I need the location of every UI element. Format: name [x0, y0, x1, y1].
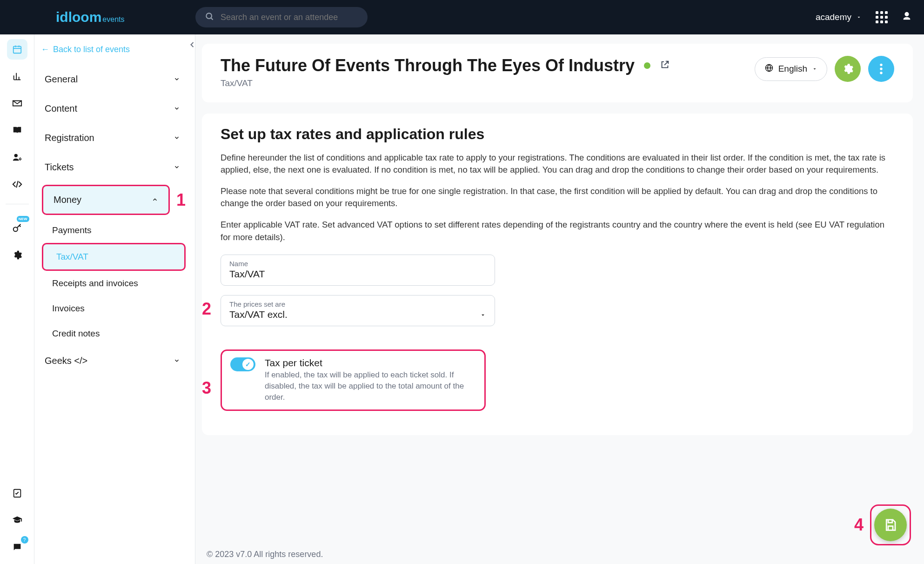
new-badge: NEW — [17, 216, 29, 222]
tax-per-ticket-card: Tax per ticket If enabled, the tax will … — [221, 349, 486, 410]
nav-registration-label: Registration — [45, 133, 94, 143]
status-dot-icon — [644, 62, 650, 69]
topbar: idloomevents academy — [0, 0, 924, 34]
page-header-card: The Future Of Events Through The Eyes Of… — [202, 44, 913, 102]
rail-chat-icon[interactable]: ? — [7, 537, 27, 557]
rail-settings-icon[interactable] — [7, 245, 27, 265]
apps-icon[interactable] — [876, 11, 888, 23]
nav-money-label: Money — [54, 195, 81, 205]
nav-money[interactable]: Money — [42, 185, 170, 215]
account-label: academy — [816, 12, 851, 22]
caret-down-icon — [856, 12, 862, 22]
nav-content-label: Content — [45, 103, 77, 114]
svg-point-0 — [206, 13, 212, 19]
nav-tickets[interactable]: Tickets — [34, 153, 190, 182]
search-input[interactable] — [220, 12, 358, 23]
icon-rail: NEW ? — [0, 34, 34, 564]
prices-value: Tax/VAT excl. — [229, 309, 288, 320]
section-para-2: Please note that several conditions migh… — [221, 185, 894, 210]
sub-receipts[interactable]: Receipts and invoices — [39, 271, 190, 296]
chevron-down-icon — [174, 356, 180, 366]
nav-tickets-label: Tickets — [45, 162, 74, 173]
name-label: Name — [229, 260, 486, 268]
save-fab-wrap: 4 — [854, 504, 911, 545]
svg-point-7 — [19, 158, 21, 160]
rail-mail-icon[interactable] — [7, 93, 27, 114]
settings-button[interactable] — [835, 56, 861, 82]
nav-geeks[interactable]: Geeks </> — [34, 346, 190, 376]
language-selector[interactable]: English — [755, 57, 827, 81]
caret-down-icon — [812, 64, 817, 74]
search-box[interactable] — [195, 7, 368, 27]
side-nav: ← Back to list of events General Content… — [34, 34, 195, 564]
svg-point-8 — [13, 227, 17, 231]
svg-point-12 — [880, 67, 882, 70]
annotation-4: 4 — [854, 515, 864, 535]
toggle-title: Tax per ticket — [265, 357, 476, 369]
chevron-down-icon — [174, 162, 180, 173]
logo[interactable]: idloomevents — [0, 9, 195, 25]
breadcrumb: Tax/VAT — [221, 78, 745, 88]
event-title-text: The Future Of Events Through The Eyes Of… — [221, 56, 635, 75]
event-title: The Future Of Events Through The Eyes Of… — [221, 56, 745, 75]
prices-field[interactable]: The prices set are Tax/VAT excl. — [221, 295, 495, 326]
save-button[interactable] — [874, 509, 907, 541]
sub-credit-notes[interactable]: Credit notes — [39, 321, 190, 346]
rail-key-icon[interactable]: NEW — [7, 218, 27, 238]
rail-users-icon[interactable] — [7, 147, 27, 168]
toggle-desc: If enabled, the tax will be applied to e… — [265, 369, 476, 403]
tax-section-card: Set up tax rates and application rules D… — [202, 114, 913, 435]
svg-rect-2 — [13, 47, 21, 54]
section-title: Set up tax rates and application rules — [221, 126, 894, 143]
nav-content[interactable]: Content — [34, 94, 190, 123]
nav-geeks-label: Geeks </> — [45, 356, 87, 366]
footer: © 2023 v7.0 All rights reserved. — [207, 550, 323, 559]
annotation-1: 1 — [176, 190, 186, 210]
sub-payments[interactable]: Payments — [39, 218, 190, 243]
external-link-icon[interactable] — [660, 60, 670, 72]
rail-learn-icon[interactable] — [7, 510, 27, 530]
rail-checklist-icon[interactable] — [7, 483, 27, 504]
name-value: Tax/VAT — [229, 269, 486, 280]
language-label: English — [778, 64, 807, 74]
nav-general-label: General — [45, 74, 78, 85]
help-badge: ? — [21, 536, 28, 544]
nav-registration[interactable]: Registration — [34, 123, 190, 153]
annotation-2: 2 — [202, 299, 211, 318]
user-icon[interactable] — [902, 11, 912, 23]
sub-invoices[interactable]: Invoices — [39, 296, 190, 321]
logo-brand: idloom — [56, 9, 101, 25]
section-para-3: Enter applicable VAT rate. Set advanced … — [221, 219, 894, 244]
sub-taxvat[interactable]: Tax/VAT — [42, 243, 186, 271]
arrow-left-icon: ← — [41, 45, 49, 54]
chevron-down-icon — [174, 133, 180, 143]
name-field[interactable]: Name Tax/VAT — [221, 255, 495, 286]
rail-code-icon[interactable] — [7, 174, 27, 195]
more-button[interactable] — [868, 56, 894, 82]
tax-per-ticket-toggle[interactable] — [230, 357, 255, 371]
chevron-down-icon — [174, 74, 180, 85]
svg-line-1 — [211, 18, 213, 20]
topbar-right: academy — [816, 11, 912, 23]
svg-point-6 — [14, 154, 17, 157]
annotation-3: 3 — [202, 378, 211, 397]
section-para-1: Define hereunder the list of conditions … — [221, 152, 894, 177]
logo-suffix: events — [102, 15, 124, 23]
back-to-events-link[interactable]: ← Back to list of events — [34, 41, 190, 65]
chevron-down-icon — [174, 103, 180, 114]
prices-label: The prices set are — [229, 300, 288, 308]
search-icon — [205, 12, 214, 23]
chevron-up-icon — [152, 195, 158, 205]
rail-book-icon[interactable] — [7, 120, 27, 141]
rail-events-icon[interactable] — [7, 39, 27, 60]
nav-general[interactable]: General — [34, 65, 190, 94]
money-submenu: Payments Tax/VAT Receipts and invoices I… — [34, 218, 190, 346]
main: The Future Of Events Through The Eyes Of… — [195, 34, 924, 564]
back-label: Back to list of events — [53, 45, 130, 54]
svg-point-11 — [880, 64, 882, 66]
account-menu[interactable]: academy — [816, 12, 862, 22]
globe-icon — [764, 63, 774, 75]
svg-point-13 — [880, 72, 882, 74]
caret-down-icon — [480, 312, 486, 320]
rail-stats-icon[interactable] — [7, 66, 27, 87]
